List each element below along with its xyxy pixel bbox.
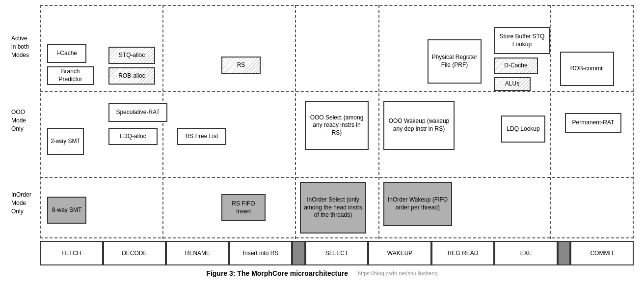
watermark: https://blog.csdn.net/shuiliusheng xyxy=(358,270,438,276)
ooo-wakeup-box: OOO Wakeup (wakeup any dep instr in RS) xyxy=(383,101,455,150)
spec-rat-box: Speculative-RAT xyxy=(108,103,167,122)
stq-alloc-box: STQ-alloc xyxy=(108,47,155,64)
stage-commit: COMMIT xyxy=(570,241,634,265)
vdivider-4 xyxy=(550,5,551,239)
stage-select-separator xyxy=(292,241,305,265)
stage-wakeup: WAKEUP xyxy=(368,241,431,265)
dcache-box: D-Cache xyxy=(494,58,538,74)
hdivider-2 xyxy=(40,177,634,178)
inorder-mode-label: InOrder Mode Only xyxy=(11,191,31,215)
inorder-select-box: InOrder Select (only among the head inst… xyxy=(300,182,366,234)
stage-reg-read: REG READ xyxy=(431,241,495,265)
prf-box: Physical Register File (PRF) xyxy=(428,39,482,84)
stage-exe: EXE xyxy=(494,241,558,265)
stage-insert-rs: Insert into RS xyxy=(229,241,293,265)
alus-box: ALUs xyxy=(494,77,531,91)
stage-decode: DECODE xyxy=(103,241,166,265)
stage-exe-separator xyxy=(558,241,570,265)
smt-8way-box: 8-way SMT xyxy=(47,197,86,224)
branch-predictor-box: Branch Predictor xyxy=(47,66,94,85)
active-modes-label: Active in both Modes xyxy=(11,34,29,59)
inorder-wakeup-box: InOrder Wakeup (FIFO order per thread) xyxy=(383,182,452,226)
icache-box: I-Cache xyxy=(47,44,86,63)
diagram-container: Active in both Modes OOO Mode Only InOrd… xyxy=(10,5,634,265)
rob-alloc-box: ROB-alloc xyxy=(108,67,155,85)
smt-2way-box: 2-way SMT xyxy=(47,128,84,155)
vdivider-3 xyxy=(378,5,379,239)
hdivider-1 xyxy=(40,91,634,92)
ldq-alloc-box: LDQ-alloc xyxy=(108,128,158,145)
figure-caption: Figure 3: The MorphCore microarchitectur… xyxy=(10,269,634,277)
ooo-select-box: OOO Select (among any ready instrs in RS… xyxy=(305,101,369,150)
rs-free-list-box: RS Free List xyxy=(177,128,226,145)
vdivider-2 xyxy=(295,5,296,239)
ldq-lookup-box: LDQ Lookup xyxy=(501,116,545,143)
rob-commit-box: ROB-commit xyxy=(560,52,614,86)
ooo-mode-label: OOO Mode Only xyxy=(11,108,26,133)
rs-box: RS xyxy=(221,57,261,74)
stage-select: SELECT xyxy=(305,241,369,265)
stage-fetch: FETCH xyxy=(40,241,103,265)
pipeline-row: FETCH DECODE RENAME Insert into RS SELEC… xyxy=(40,241,634,265)
rs-fifo-box: RS FIFO Insert xyxy=(221,194,266,221)
store-buffer-box: Store Buffer STQ Lookup xyxy=(494,27,550,54)
figure-title: Figure 3: The MorphCore microarchitectur… xyxy=(206,269,348,277)
permanent-rat-box: Permanent-RAT xyxy=(565,113,621,133)
vdivider-1 xyxy=(162,5,163,239)
stage-rename: RENAME xyxy=(166,241,229,265)
